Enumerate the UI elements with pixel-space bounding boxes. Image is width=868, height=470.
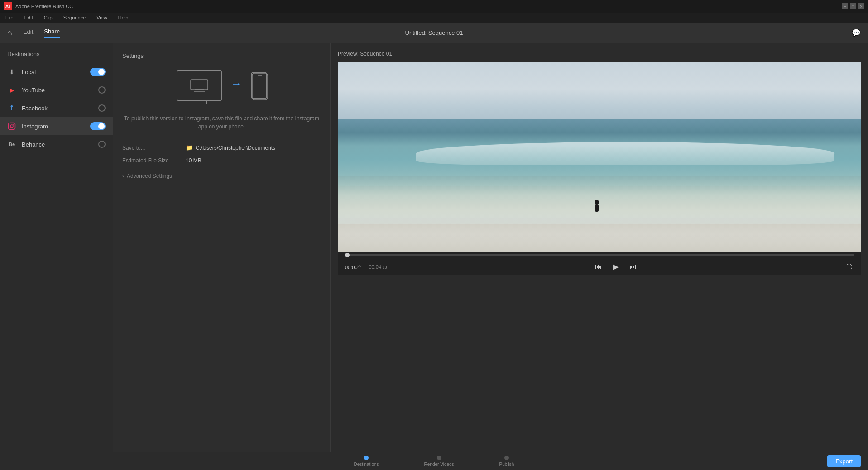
titlebar-left: Ai Adobe Premiere Rush CC: [4, 2, 73, 10]
export-button[interactable]: Export: [827, 455, 861, 467]
step-connector-1: [379, 458, 424, 458]
folder-icon: 📁: [186, 144, 193, 151]
save-to-value[interactable]: 📁 C:\Users\Christopher\Documents: [186, 144, 275, 151]
video-container: [338, 62, 861, 252]
facebook-label: Facebook: [22, 105, 93, 112]
chat-button[interactable]: 💬: [852, 28, 861, 37]
preview-panel: Preview: Sequence 01: [331, 43, 868, 452]
save-to-label: Save to...: [122, 145, 186, 151]
behance-label: Behance: [22, 141, 93, 148]
titlebar-controls: − □ ×: [842, 3, 864, 9]
timeline-thumb[interactable]: [345, 253, 350, 257]
svg-point-1: [10, 125, 13, 128]
youtube-icon: ▶: [7, 85, 16, 95]
instagram-toggle[interactable]: [90, 122, 106, 130]
workflow-steps: Destinations Render Videos Publish: [354, 456, 514, 467]
desktop-device-icon: [177, 70, 222, 101]
titlebar: Ai Adobe Premiere Rush CC − □ ×: [0, 0, 868, 13]
tab-share[interactable]: Share: [44, 28, 60, 38]
step-label-render: Render Videos: [424, 462, 454, 467]
time-total: 00:04 13: [369, 264, 387, 270]
main-content: Destinations ⬇ Local ▶ YouTube f Faceboo…: [0, 43, 868, 452]
menu-view[interactable]: View: [95, 14, 109, 21]
close-button[interactable]: ×: [858, 3, 864, 9]
instagram-description: To publish this version to Instagram, sa…: [122, 114, 321, 131]
instagram-label: Instagram: [22, 123, 85, 130]
time-current: 00:0000: [345, 264, 361, 270]
topnav: ⌂ Edit Share Untitled: Sequence 01 💬: [0, 23, 868, 43]
timeline-bar[interactable]: [345, 254, 854, 256]
file-size-label: Estimated File Size: [122, 157, 186, 164]
skip-forward-button[interactable]: ⏭: [628, 262, 638, 272]
mobile-device-icon: [251, 72, 267, 99]
behance-radio[interactable]: [98, 141, 106, 148]
sidebar-item-facebook[interactable]: f Facebook: [0, 99, 113, 117]
menu-file[interactable]: File: [4, 14, 15, 21]
local-label: Local: [22, 69, 85, 76]
sidebar-item-local[interactable]: ⬇ Local: [0, 63, 113, 81]
menu-clip[interactable]: Clip: [42, 14, 54, 21]
play-button[interactable]: ▶: [611, 261, 620, 272]
facebook-radio[interactable]: [98, 104, 106, 112]
step-connector-2: [454, 458, 499, 458]
menu-edit[interactable]: Edit: [23, 14, 35, 21]
save-to-row: Save to... 📁 C:\Users\Christopher\Docume…: [122, 144, 321, 151]
step-render: Render Videos: [424, 456, 454, 467]
instagram-icon: [7, 122, 16, 131]
fullscreen-button[interactable]: ⛶: [844, 263, 854, 271]
save-to-path: C:\Users\Christopher\Documents: [196, 145, 275, 151]
local-toggle[interactable]: [90, 68, 106, 76]
sidebar-item-behance[interactable]: Be Behance: [0, 135, 113, 153]
restore-button[interactable]: □: [850, 3, 856, 9]
advanced-chevron-icon: ›: [122, 173, 124, 179]
svg-point-2: [13, 124, 14, 125]
settings-title: Settings: [122, 52, 321, 59]
youtube-radio[interactable]: [98, 86, 106, 94]
advanced-settings-label: Advanced Settings: [127, 173, 172, 179]
menubar: File Edit Clip Sequence View Help: [0, 13, 868, 23]
app-icon: Ai: [4, 2, 12, 10]
file-size-row: Estimated File Size 10 MB: [122, 157, 321, 164]
svg-rect-6: [252, 73, 268, 100]
sidebar-title: Destinations: [0, 51, 113, 63]
timeline-container: [338, 252, 861, 258]
step-label-publish: Publish: [499, 462, 514, 467]
youtube-label: YouTube: [22, 87, 93, 94]
menu-help[interactable]: Help: [116, 14, 130, 21]
sequence-title: Untitled: Sequence 01: [405, 29, 463, 36]
arrow-icon: →: [231, 77, 242, 90]
tab-edit[interactable]: Edit: [23, 28, 33, 37]
menu-sequence[interactable]: Sequence: [62, 14, 88, 21]
video-frame: [338, 62, 861, 252]
home-button[interactable]: ⌂: [7, 28, 12, 38]
preview-title: Preview: Sequence 01: [338, 51, 861, 57]
file-size-value: 10 MB: [186, 157, 201, 164]
sidebar-item-instagram[interactable]: Instagram: [0, 117, 113, 135]
minimize-button[interactable]: −: [842, 3, 848, 9]
settings-panel: Settings → To publish this version to: [113, 43, 331, 452]
svg-rect-0: [9, 123, 15, 130]
sidebar-item-youtube[interactable]: ▶ YouTube: [0, 81, 113, 99]
step-dot-destinations: [364, 456, 369, 460]
svg-rect-3: [191, 80, 208, 90]
step-dot-render: [437, 456, 441, 460]
instagram-illustration: →: [122, 70, 321, 101]
facebook-icon: f: [7, 104, 16, 113]
sidebar: Destinations ⬇ Local ▶ YouTube f Faceboo…: [0, 43, 113, 452]
behance-icon: Be: [7, 140, 16, 149]
bottom-bar: Destinations Render Videos Publish Expor…: [0, 452, 868, 470]
step-label-destinations: Destinations: [354, 462, 379, 467]
video-controls: 00:0000 00:04 13 ⏮ ▶ ⏭ ⛶: [338, 258, 861, 275]
step-destinations: Destinations: [354, 456, 379, 467]
titlebar-title: Adobe Premiere Rush CC: [15, 4, 73, 9]
step-publish: Publish: [499, 456, 514, 467]
local-icon: ⬇: [7, 67, 16, 76]
advanced-settings[interactable]: › Advanced Settings: [122, 173, 321, 179]
step-dot-publish: [504, 456, 509, 460]
skip-back-button[interactable]: ⏮: [593, 262, 604, 272]
